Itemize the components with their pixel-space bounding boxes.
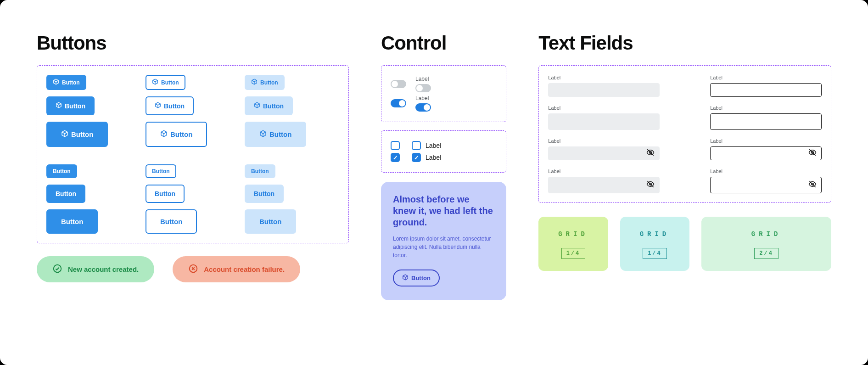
password-input[interactable] <box>710 177 822 193</box>
button-label: Button <box>260 79 278 86</box>
button-primary-lg-icon[interactable]: Button <box>46 122 108 147</box>
check-circle-icon <box>52 264 62 275</box>
button-label: Button <box>254 190 274 197</box>
password-field-outline-md: Label <box>710 168 822 193</box>
button-soft-lg-icon[interactable]: Button <box>245 122 306 147</box>
card-title: Almost before we knew it, we had left th… <box>393 194 494 228</box>
alerts-row: New account created. Account creation fa… <box>37 256 349 282</box>
button-label: Button <box>170 130 192 138</box>
field-label: Label <box>710 75 822 80</box>
buttons-heading: Buttons <box>37 32 349 54</box>
toggles-panel: Label Label <box>381 65 506 122</box>
button-outline-sm-icon[interactable]: Button <box>146 75 185 90</box>
field-label: Label <box>548 105 660 111</box>
password-input[interactable] <box>710 146 822 160</box>
password-field-fill-sm: Label <box>548 138 660 160</box>
field-label: Label <box>548 75 660 80</box>
button-soft-md-icon[interactable]: Button <box>245 96 293 115</box>
password-field-outline-sm: Label <box>710 138 822 160</box>
password-input[interactable] <box>548 146 660 160</box>
button-label: Button <box>161 79 179 86</box>
toggle-off-labelled[interactable] <box>415 84 431 92</box>
button-primary-lg[interactable]: Button <box>46 209 98 234</box>
password-input[interactable] <box>548 177 660 193</box>
eye-off-icon[interactable] <box>646 180 655 190</box>
checkbox-unchecked-labelled[interactable] <box>412 141 421 150</box>
field-label: Label <box>710 168 822 174</box>
button-soft-lg[interactable]: Button <box>245 209 296 234</box>
cube-icon <box>152 79 158 86</box>
cube-icon <box>61 130 68 139</box>
control-column: Control Label Label <box>381 32 506 300</box>
grid-fraction: 1/4 <box>643 248 667 259</box>
button-outline-sm[interactable]: Button <box>146 164 176 178</box>
cube-icon <box>53 79 59 86</box>
cube-icon <box>56 102 62 110</box>
grid-title: GRID <box>751 230 782 238</box>
text-input[interactable] <box>548 83 660 97</box>
button-primary-sm[interactable]: Button <box>46 164 77 178</box>
checkbox-checked-labelled[interactable] <box>412 153 421 162</box>
field-label: Label <box>548 138 660 144</box>
grid-cards-row: GRID 1/4 GRID 1/4 GRID 2/4 <box>538 217 831 271</box>
grid-card-1: GRID 1/4 <box>538 217 608 271</box>
button-outline-md[interactable]: Button <box>146 185 185 203</box>
checkbox-unchecked[interactable] <box>391 141 400 150</box>
button-label: Button <box>152 168 170 174</box>
grid-title: GRID <box>640 230 670 238</box>
button-primary-md-icon[interactable]: Button <box>46 96 95 115</box>
field-label: Label <box>710 138 822 144</box>
grid-fraction: 2/4 <box>754 248 778 259</box>
checkbox-checked[interactable] <box>391 153 400 162</box>
eye-off-icon[interactable] <box>646 148 655 158</box>
button-label: Button <box>65 102 85 110</box>
button-soft-md[interactable]: Button <box>245 185 284 203</box>
toggle-on[interactable] <box>391 99 406 107</box>
card-body: Lorem ipsum dolor sit amet, consectetur … <box>393 235 494 259</box>
grid-fraction: 1/4 <box>561 248 586 259</box>
button-label: Button <box>71 130 93 138</box>
field-label: Label <box>548 168 660 174</box>
button-label: Button <box>269 130 291 138</box>
text-field-outline-md: Label <box>710 105 822 130</box>
button-soft-sm[interactable]: Button <box>245 164 275 178</box>
cube-icon <box>160 130 168 139</box>
button-label: Button <box>62 79 80 86</box>
button-label: Button <box>251 168 269 174</box>
button-label: Button <box>259 218 281 225</box>
alert-text: New account created. <box>68 265 139 273</box>
button-label: Button <box>61 218 83 225</box>
cube-icon <box>251 79 258 86</box>
card-button[interactable]: Button <box>393 270 440 286</box>
alert-text: Account creation failure. <box>204 265 285 273</box>
text-field-outline-sm: Label <box>710 75 822 97</box>
textfields-heading: Text Fields <box>538 32 831 54</box>
x-circle-icon <box>188 264 198 275</box>
toggle-label: Label <box>415 76 431 82</box>
eye-off-icon[interactable] <box>808 148 817 158</box>
text-input[interactable] <box>710 83 822 97</box>
text-input[interactable] <box>548 113 660 130</box>
grid-card-2: GRID 1/4 <box>620 217 689 271</box>
textfields-column: Text Fields Label Label Label <box>538 32 831 271</box>
cube-icon <box>155 102 161 110</box>
button-primary-md[interactable]: Button <box>46 185 85 203</box>
button-label: Button <box>263 102 284 110</box>
checkboxes-panel: Label Label <box>381 130 506 173</box>
cube-icon <box>402 274 409 282</box>
button-label: Button <box>160 218 182 225</box>
text-input[interactable] <box>710 113 822 130</box>
button-primary-sm-icon[interactable]: Button <box>46 75 86 90</box>
button-outline-lg-icon[interactable]: Button <box>146 122 207 147</box>
grid-title: GRID <box>558 230 588 238</box>
eye-off-icon[interactable] <box>808 180 817 190</box>
button-soft-sm-icon[interactable]: Button <box>245 75 285 90</box>
control-heading: Control <box>381 32 506 54</box>
checkbox-label: Label <box>426 154 441 161</box>
button-outline-lg[interactable]: Button <box>146 209 197 234</box>
button-outline-md-icon[interactable]: Button <box>146 96 194 115</box>
toggle-on-labelled[interactable] <box>415 103 431 112</box>
text-field-fill-sm: Label <box>548 75 660 97</box>
button-label: Button <box>56 190 76 197</box>
toggle-off[interactable] <box>391 80 406 88</box>
